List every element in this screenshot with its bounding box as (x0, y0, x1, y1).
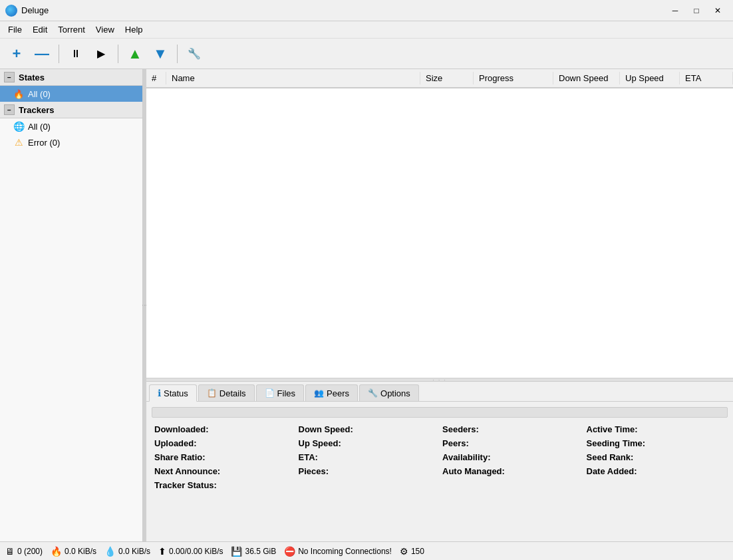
dht-nodes-value: 150 (411, 547, 424, 556)
sidebar-item-all-trackers[interactable]: 🌐 All (0) (0, 118, 142, 134)
trackers-section-header[interactable]: − Trackers (0, 102, 142, 118)
col-header-num[interactable]: # (146, 72, 166, 84)
availability-label: Availability: (442, 452, 581, 462)
connections-value: 0 (200) (17, 547, 43, 556)
tab-files[interactable]: 📄 Files (256, 384, 304, 401)
active-time-field: Active Time: (584, 423, 728, 436)
share-ratio-label: Share Ratio: (154, 452, 293, 462)
menu-torrent[interactable]: Torrent (53, 23, 90, 36)
preferences-button[interactable]: 🔧 (183, 43, 206, 65)
torrent-progress-bar (152, 407, 728, 418)
app-icon (5, 5, 17, 17)
statusbar-down-speed: 🔥 0.0 KiB/s (51, 546, 96, 557)
tab-options[interactable]: 🔧 Options (359, 384, 419, 401)
disk-value: 36.5 GiB (245, 547, 276, 556)
main-content: − States 🔥 All (0) − Trackers 🌐 All (0) … (0, 69, 733, 541)
seeders-field: Seeders: (440, 423, 584, 436)
statusbar-up-speed: 💧 0.0 KiB/s (104, 546, 150, 557)
torrent-list-body[interactable] (146, 88, 733, 378)
auto-managed-label: Auto Managed: (442, 466, 581, 476)
menu-help[interactable]: Help (120, 23, 148, 36)
status-tab-label: Status (164, 388, 188, 398)
torrent-list-container: # Name Size Progress Down Speed Up Speed… (146, 69, 733, 378)
remove-torrent-button[interactable]: — (31, 43, 53, 65)
peers-tab-icon: 👥 (314, 388, 324, 398)
toolbar-separator-2 (118, 45, 118, 63)
eta-field: ETA: (296, 451, 440, 464)
next-announce-field: Next Announce: (152, 465, 296, 478)
downloaded-label: Downloaded: (154, 424, 293, 434)
col-header-downspeed[interactable]: Down Speed (553, 72, 620, 84)
connections-icon: 🖥 (5, 546, 15, 557)
sidebar-item-error-trackers[interactable]: ⚠ Error (0) (0, 134, 142, 150)
pause-torrent-button[interactable]: ⏸ (65, 43, 87, 65)
status-fields-grid: Downloaded: Down Speed: Seeders: Active … (152, 423, 728, 491)
auto-managed-field: Auto Managed: (440, 465, 584, 478)
states-collapse-button[interactable]: − (4, 72, 15, 82)
down-speed-icon: 🔥 (51, 546, 62, 557)
maximize-button[interactable]: □ (686, 4, 706, 17)
col-header-progress[interactable]: Progress (474, 72, 553, 84)
add-torrent-button[interactable]: + (5, 43, 28, 65)
col-header-size[interactable]: Size (420, 72, 474, 84)
peers-tab-label: Peers (327, 388, 349, 398)
col-header-name[interactable]: Name (166, 72, 420, 84)
sidebar-item-all-trackers-label: All (0) (28, 122, 51, 132)
move-down-button[interactable]: ▼ (149, 43, 172, 65)
tracker-status-field: Tracker Status: (152, 479, 296, 491)
bottom-panel: ℹ Status 📋 Details 📄 Files 👥 Peers 🔧 (146, 382, 733, 541)
window-controls: ─ □ ✕ (665, 4, 728, 17)
seeding-time-label: Seeding Time: (587, 438, 726, 448)
dht-value: 0.00/0.00 KiB/s (169, 547, 223, 556)
move-up-button[interactable]: ▲ (124, 43, 146, 65)
col-header-upspeed[interactable]: Up Speed (620, 72, 680, 84)
downloaded-field: Downloaded: (152, 423, 296, 436)
statusbar-connections: 🖥 0 (200) (5, 546, 43, 557)
menu-edit[interactable]: Edit (27, 23, 53, 36)
tab-details[interactable]: 📋 Details (198, 384, 255, 401)
down-speed-field: Down Speed: (296, 423, 440, 436)
availability-field: Availability: (440, 451, 584, 464)
col-header-eta[interactable]: ETA (680, 72, 733, 84)
trackers-section-label: Trackers (19, 105, 55, 115)
files-tab-icon: 📄 (265, 388, 275, 398)
titlebar: Deluge ─ □ ✕ (0, 0, 733, 21)
sidebar-item-all-states[interactable]: 🔥 All (0) (0, 86, 142, 102)
pieces-label: Pieces: (299, 466, 438, 476)
states-section-header[interactable]: − States (0, 69, 142, 86)
menu-file[interactable]: File (3, 23, 27, 36)
tracker-status-label: Tracker Status: (154, 480, 293, 490)
tab-status[interactable]: ℹ Status (149, 384, 197, 402)
tab-peers[interactable]: 👥 Peers (305, 384, 358, 401)
trackers-collapse-button[interactable]: − (4, 104, 15, 115)
up-speed-field: Up Speed: (296, 437, 440, 450)
dht-icon: ⬆ (158, 546, 166, 557)
close-button[interactable]: ✕ (708, 4, 728, 17)
connection-status-icon: ⛔ (284, 546, 295, 557)
down-speed-label: Down Speed: (299, 424, 438, 434)
active-time-label: Active Time: (587, 424, 726, 434)
statusbar-dht-nodes: ⚙ 150 (400, 546, 424, 557)
uploaded-field: Uploaded: (152, 437, 296, 450)
seeding-time-field: Seeding Time: (584, 437, 728, 450)
peers-field: Peers: (440, 437, 584, 450)
uploaded-label: Uploaded: (154, 438, 293, 448)
up-speed-value: 0.0 KiB/s (118, 547, 150, 556)
seed-rank-field: Seed Rank: (584, 451, 728, 464)
seeders-label: Seeders: (442, 424, 581, 434)
menubar: File Edit Torrent View Help (0, 21, 733, 39)
details-tab-icon: 📋 (207, 388, 217, 398)
disk-icon: 💾 (231, 546, 242, 557)
toolbar-separator-1 (59, 45, 59, 63)
sidebar-item-error-trackers-label: Error (0) (28, 138, 60, 148)
peers-label: Peers: (442, 438, 581, 448)
statusbar-dht: ⬆ 0.00/0.00 KiB/s (158, 546, 223, 557)
minimize-button[interactable]: ─ (665, 4, 685, 17)
resume-torrent-button[interactable]: ▶ (90, 43, 112, 65)
menu-view[interactable]: View (90, 23, 120, 36)
files-tab-label: Files (277, 388, 295, 398)
globe-icon: 🌐 (13, 121, 24, 132)
next-announce-label: Next Announce: (154, 466, 293, 476)
statusbar: 🖥 0 (200) 🔥 0.0 KiB/s 💧 0.0 KiB/s ⬆ 0.00… (0, 541, 733, 560)
share-ratio-field: Share Ratio: (152, 451, 296, 464)
